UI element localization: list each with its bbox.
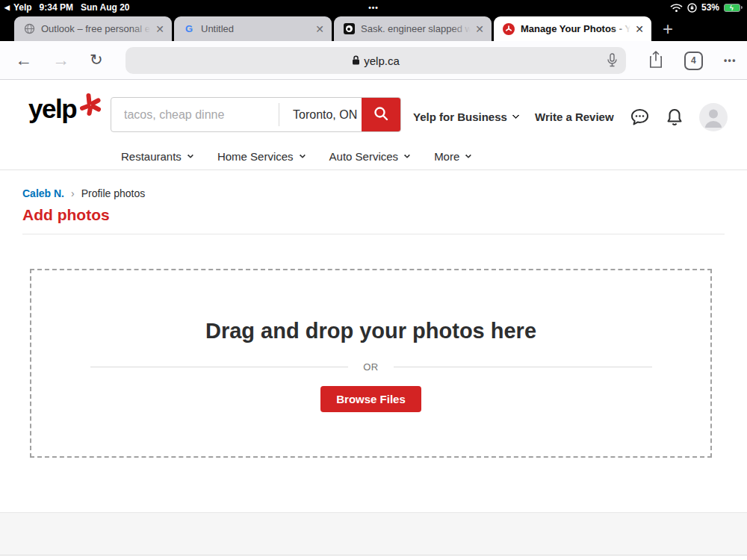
wifi-icon: [670, 3, 683, 13]
back-button[interactable]: ←: [15, 49, 32, 70]
globe-icon: [23, 23, 35, 35]
tab-title: Sask. engineer slapped w: [361, 22, 471, 35]
reload-button[interactable]: ↻: [90, 49, 103, 70]
status-bar-right: 53% ϟ: [670, 0, 743, 15]
yelp-header: yelp Toronto, ON: [0, 80, 747, 170]
chevron-down-icon: [512, 112, 519, 119]
lock-icon: [352, 55, 360, 67]
main-content: Caleb N. › Profile photos Add photos Dra…: [0, 170, 747, 512]
tab-title: Manage Your Photos - Ye: [521, 22, 630, 35]
tab-news-article[interactable]: Sask. engineer slapped w ✕: [334, 16, 492, 41]
tab-outlook[interactable]: Outlook – free personal e ✕: [14, 16, 172, 41]
or-label: OR: [363, 361, 379, 373]
avatar[interactable]: [699, 103, 728, 134]
category-nav: Restaurants Home Services Auto Services …: [0, 142, 747, 170]
divider-line: [394, 367, 652, 367]
chevron-down-icon: [465, 152, 471, 158]
search-icon: [373, 105, 389, 125]
tab-manage-photos-active[interactable]: Manage Your Photos - Ye ✕: [494, 16, 651, 41]
breadcrumb-current: Profile photos: [81, 187, 146, 199]
share-icon[interactable]: [648, 50, 663, 72]
battery-charging-icon: ϟ: [724, 4, 743, 12]
yelp-icon: [503, 23, 515, 35]
breadcrumb: Caleb N. › Profile photos: [22, 187, 145, 199]
safari-tab-strip: Outlook – free personal e ✕ G Untitled ✕…: [0, 15, 747, 41]
new-tab-button[interactable]: +: [663, 20, 673, 38]
search-input[interactable]: [111, 98, 279, 131]
breadcrumb-user-link[interactable]: Caleb N.: [22, 187, 64, 199]
location-input[interactable]: Toronto, ON: [279, 98, 362, 131]
nav-item-restaurants[interactable]: Restaurants: [121, 150, 193, 163]
forward-button[interactable]: →: [52, 49, 69, 70]
tab-title: Outlook – free personal e: [41, 22, 151, 35]
url-text: yelp.ca: [364, 55, 400, 67]
status-bar: ◀ Yelp 9:34 PM Sun Aug 20 ••• 53: [0, 0, 747, 15]
browse-files-button[interactable]: Browse Files: [320, 386, 421, 412]
yelp-burst-icon: [78, 92, 102, 120]
close-icon[interactable]: ✕: [155, 24, 164, 34]
yelp-logo[interactable]: yelp: [28, 94, 102, 124]
close-icon[interactable]: ✕: [635, 24, 644, 34]
bell-icon[interactable]: [664, 107, 685, 131]
safari-toolbar: ← → ↻ yelp.ca: [0, 41, 747, 80]
ipad-safari-yelp-page: ◀ Yelp 9:34 PM Sun Aug 20 ••• 53: [0, 0, 747, 560]
cbc-icon: [343, 23, 355, 35]
address-bar[interactable]: yelp.ca: [125, 47, 626, 74]
tab-title: Untitled: [201, 22, 311, 35]
photo-dropzone[interactable]: Drag and drop your photos here OR Browse…: [30, 269, 712, 458]
search-box: Toronto, ON: [111, 97, 401, 132]
microphone-icon[interactable]: [607, 53, 618, 71]
battery-percent: 53%: [701, 2, 719, 13]
tabs-icon[interactable]: 4: [684, 52, 703, 70]
chevron-down-icon: [187, 152, 193, 158]
orientation-lock-icon: [687, 3, 697, 13]
toolbar-right: 4 •••: [648, 41, 737, 80]
ellipsis-icon[interactable]: •••: [724, 55, 737, 66]
nav-item-home-services[interactable]: Home Services: [217, 150, 305, 163]
multitask-dots-icon[interactable]: •••: [0, 4, 747, 12]
footer-background: [0, 512, 747, 556]
divider: [22, 234, 725, 234]
write-review-link[interactable]: Write a Review: [535, 111, 614, 123]
yelp-logo-text: yelp: [28, 94, 76, 124]
yelp-for-business-link[interactable]: Yelp for Business: [413, 111, 518, 123]
page-title: Add photos: [22, 206, 110, 224]
chevron-right-icon: ›: [71, 187, 75, 199]
close-icon[interactable]: ✕: [475, 24, 484, 34]
nav-item-more[interactable]: More: [434, 150, 471, 163]
dropzone-heading: Drag and drop your photos here: [205, 318, 536, 343]
close-icon[interactable]: ✕: [315, 24, 324, 34]
chevron-down-icon: [404, 152, 410, 158]
tab-untitled[interactable]: G Untitled ✕: [174, 16, 332, 41]
nav-item-auto-services[interactable]: Auto Services: [329, 150, 410, 163]
chat-icon[interactable]: [630, 108, 650, 130]
or-divider: OR: [90, 361, 652, 373]
google-g-icon: G: [183, 23, 195, 35]
chevron-down-icon: [299, 152, 305, 158]
divider-line: [90, 367, 349, 367]
page-footer: [0, 512, 747, 560]
search-button[interactable]: [362, 98, 400, 131]
